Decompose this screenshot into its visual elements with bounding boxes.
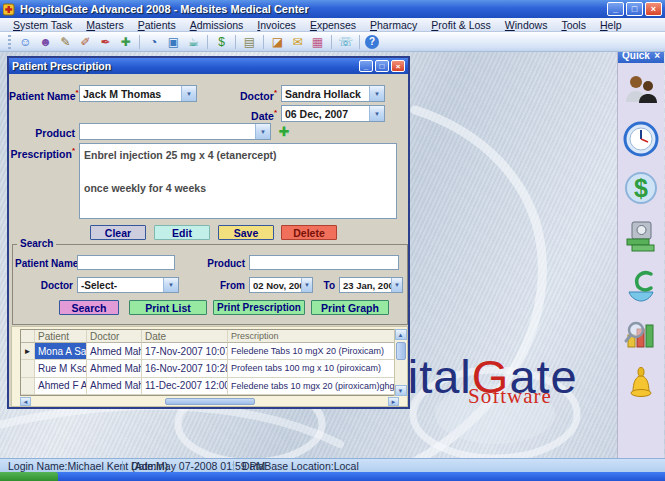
scroll-down-icon[interactable]: ▼ <box>395 385 407 396</box>
chevron-down-icon[interactable]: ▼ <box>255 124 270 139</box>
money-icon[interactable]: $ <box>213 34 230 50</box>
menu-masters[interactable]: Masters <box>79 19 130 31</box>
menu-expenses[interactable]: Expenses <box>303 19 363 31</box>
start-button[interactable] <box>0 472 58 481</box>
add-product-icon[interactable]: ✚ <box>276 123 292 139</box>
vertical-scrollbar[interactable]: ▲ ▼ <box>394 329 406 396</box>
horizontal-scrollbar[interactable]: ◄ ► <box>20 397 399 406</box>
computer-icon[interactable]: ▣ <box>165 34 182 50</box>
menu-help[interactable]: Help <box>593 19 629 31</box>
report-icon[interactable]: ▦ <box>309 34 326 50</box>
cell-prescription[interactable]: Feledene tabs 10 mgx 20 (piroxicam)ghgfh… <box>228 378 398 395</box>
table-row[interactable]: Ahmed F Ali Ahmed Mahmoud 11-Dec-2007 12… <box>21 378 398 395</box>
pen-icon[interactable]: ✒ <box>97 34 114 50</box>
search-to-date-combobox[interactable]: 23 Jan, 2008 ▼ <box>339 277 403 293</box>
reports-icon[interactable] <box>622 316 660 354</box>
col-header-prescription[interactable]: Prescription <box>228 330 398 343</box>
cell-doctor[interactable]: Ahmed Mahmoud <box>87 378 142 395</box>
doctor-combobox[interactable]: Sandra Hollack ▼ <box>281 85 385 102</box>
pharmacy-icon[interactable] <box>622 267 660 305</box>
print-list-button[interactable]: Print List <box>129 300 207 315</box>
menu-admissions[interactable]: Admissions <box>183 19 251 31</box>
chevron-down-icon[interactable]: ▼ <box>181 86 196 101</box>
close-icon[interactable]: × <box>645 2 662 16</box>
menu-pharmacy[interactable]: Pharmacy <box>363 19 424 31</box>
cell-patient[interactable]: Ahmed F Ali <box>35 378 87 395</box>
menu-profit-loss[interactable]: Profit & Loss <box>424 19 498 31</box>
add-patient-icon[interactable]: ☺ <box>17 34 34 50</box>
edit-button[interactable]: Edit <box>154 225 210 240</box>
menu-windows[interactable]: Windows <box>498 19 555 31</box>
chevron-down-icon[interactable]: ▼ <box>391 278 402 292</box>
print-prescription-button[interactable]: Print Prescription <box>213 300 305 315</box>
help-icon[interactable]: ? <box>365 35 379 49</box>
prescription-icon[interactable]: ✎ <box>57 34 74 50</box>
delete-button[interactable]: Delete <box>281 225 337 240</box>
save-button[interactable]: Save <box>218 225 274 240</box>
menu-invoices[interactable]: Invoices <box>250 19 303 31</box>
scrollbar-thumb[interactable] <box>165 398 255 405</box>
prescription-textarea[interactable]: Enbrel injection 25 mg x 4 (etanercept) … <box>79 143 397 219</box>
cell-date[interactable]: 11-Dec-2007 12:00 AM <box>142 378 228 395</box>
cell-date[interactable]: 17-Nov-2007 10:07 AM <box>142 343 228 360</box>
patient-icon[interactable]: ☻ <box>37 34 54 50</box>
cell-doctor[interactable]: Ahmed Mahmoud <box>87 360 142 377</box>
scroll-right-icon[interactable]: ► <box>388 397 399 406</box>
chevron-down-icon[interactable]: ▼ <box>163 278 178 292</box>
dialog-titlebar[interactable]: Patient Prescription _ □ × <box>9 58 408 74</box>
menu-patients[interactable]: Patients <box>131 19 183 31</box>
scroll-up-icon[interactable]: ▲ <box>395 329 407 340</box>
quick-close-icon[interactable]: × <box>654 52 660 61</box>
cell-doctor[interactable]: Ahmed Mahmoud <box>87 343 142 360</box>
date-combobox[interactable]: 06 Dec, 2007 ▼ <box>281 105 385 122</box>
scrollbar-thumb[interactable] <box>396 342 406 360</box>
product-combobox[interactable]: ▼ <box>79 123 271 140</box>
patient-name-combobox[interactable]: Jack M Thomas ▼ <box>79 85 197 102</box>
col-header-doctor[interactable]: Doctor <box>87 330 142 343</box>
phone-icon[interactable]: ☏ <box>337 34 354 50</box>
menu-tools[interactable]: Tools <box>554 19 593 31</box>
windows-taskbar[interactable] <box>0 472 665 481</box>
chevron-down-icon[interactable]: ▼ <box>369 106 384 121</box>
clock-icon[interactable]: ◔ <box>145 34 162 50</box>
chevron-down-icon[interactable]: ▼ <box>301 278 312 292</box>
search-from-date-combobox[interactable]: 02 Nov, 2006 ▼ <box>249 277 313 293</box>
clear-button[interactable]: Clear <box>90 225 146 240</box>
col-header-date[interactable]: Date <box>142 330 228 343</box>
dialog-restore-icon[interactable]: □ <box>375 60 389 72</box>
table-row[interactable]: ► Mona A Salah Ahmed Mahmoud 17-Nov-2007… <box>21 343 398 360</box>
patient-prescription-dialog: Patient Prescription _ □ × Patient Name*… <box>7 56 410 409</box>
scroll-left-icon[interactable]: ◄ <box>20 397 31 406</box>
col-header-patient[interactable]: Patient <box>35 330 87 343</box>
syringe-icon[interactable]: ✐ <box>77 34 94 50</box>
print-graph-button[interactable]: Print Graph <box>311 300 389 315</box>
mail-icon[interactable]: ✉ <box>289 34 306 50</box>
cell-prescription[interactable]: Profeen tabs 100 mg x 10 (piroxicam) <box>228 360 398 377</box>
cell-patient[interactable]: Rue M Ksder <box>35 360 87 377</box>
dialog-minimize-icon[interactable]: _ <box>359 60 373 72</box>
toolbar-separator <box>139 35 140 49</box>
clock-icon[interactable] <box>622 120 660 158</box>
bell-icon[interactable] <box>622 365 660 403</box>
minimize-icon[interactable]: _ <box>607 2 624 16</box>
menu-system-task[interactable]: System Task <box>6 19 79 31</box>
search-product-input[interactable] <box>249 255 399 270</box>
restore-icon[interactable]: □ <box>626 2 643 16</box>
cash-safe-icon[interactable] <box>622 218 660 256</box>
chevron-down-icon[interactable]: ▼ <box>369 86 384 101</box>
cell-prescription[interactable]: Feledene Tabs 10 mgX 20 (Piroxicam) <box>228 343 398 360</box>
expense-icon[interactable]: ◪ <box>269 34 286 50</box>
cell-date[interactable]: 16-Nov-2007 10:28 AM <box>142 360 228 377</box>
quick-panel: Quick × $ <box>617 52 664 458</box>
surgery-icon[interactable]: ✚ <box>117 34 134 50</box>
table-row[interactable]: Rue M Ksder Ahmed Mahmoud 16-Nov-2007 10… <box>21 360 398 377</box>
invoice-icon[interactable]: ▤ <box>241 34 258 50</box>
search-patient-name-input[interactable] <box>77 255 175 270</box>
dialog-close-icon[interactable]: × <box>391 60 405 72</box>
finance-icon[interactable]: $ <box>622 169 660 207</box>
lab-icon[interactable]: ☕ <box>185 34 202 50</box>
search-doctor-combobox[interactable]: -Select- ▼ <box>77 277 179 293</box>
patients-icon[interactable] <box>622 71 660 109</box>
cell-patient[interactable]: Mona A Salah <box>35 343 87 360</box>
search-button[interactable]: Search <box>59 300 119 315</box>
